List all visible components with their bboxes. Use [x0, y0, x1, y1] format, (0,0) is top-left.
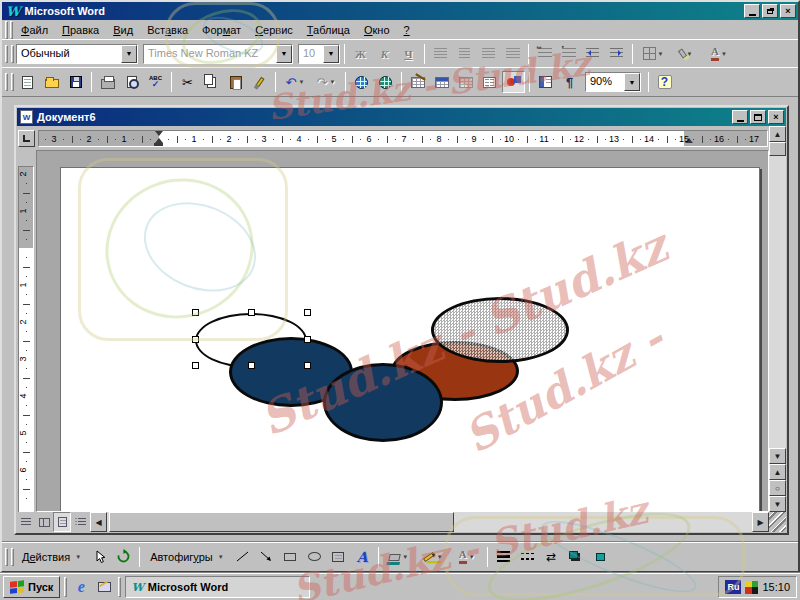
rectangle-tool-button[interactable] — [279, 546, 302, 568]
web-toolbar-button[interactable] — [374, 71, 397, 93]
selection-handle-e[interactable] — [304, 336, 311, 343]
doc-maximize-button[interactable] — [750, 110, 766, 124]
draw-font-color-button[interactable]: A▼ — [451, 546, 483, 568]
borders-button[interactable]: ▼ — [637, 43, 669, 65]
show-paragraphs-button[interactable]: ¶ — [558, 71, 581, 93]
previous-page-button[interactable]: ▲ — [769, 464, 786, 480]
font-combo[interactable]: Times New Roman KZ ▼ — [143, 44, 293, 64]
zoom-dropdown-icon[interactable]: ▼ — [624, 73, 640, 91]
selection-handle-sw[interactable] — [192, 362, 199, 369]
menu-table[interactable]: Таблица — [300, 22, 357, 38]
start-button[interactable]: Пуск — [3, 576, 60, 598]
wordart-button[interactable]: A — [351, 546, 374, 568]
autoshapes-button[interactable]: Автофигуры▼ — [144, 546, 230, 568]
menubar-grip2[interactable] — [10, 21, 13, 39]
document-titlebar[interactable]: W Документ6 × — [17, 108, 786, 126]
ellipse-blue-center[interactable] — [323, 363, 443, 442]
borders-dropdown-icon[interactable]: ▼ — [658, 51, 664, 57]
menu-tools[interactable]: Сервис — [248, 22, 300, 38]
shadow-button[interactable] — [564, 546, 587, 568]
threed-button[interactable] — [588, 546, 611, 568]
align-left-button[interactable] — [429, 43, 452, 65]
restore-button[interactable] — [762, 4, 778, 18]
quicklaunch-grip[interactable] — [64, 577, 67, 597]
display-tray-icon[interactable] — [745, 581, 758, 594]
copy-button[interactable] — [200, 71, 223, 93]
normal-view-button[interactable] — [17, 512, 35, 532]
line-style-button[interactable] — [492, 546, 515, 568]
oval-tool-button[interactable] — [303, 546, 326, 568]
paste-button[interactable] — [224, 71, 247, 93]
style-dropdown-icon[interactable]: ▼ — [121, 45, 137, 63]
help-button[interactable]: ? — [653, 71, 676, 93]
menu-view[interactable]: Вид — [106, 22, 140, 38]
page[interactable] — [60, 167, 760, 512]
draw-grip[interactable] — [5, 548, 8, 566]
document-map-button[interactable] — [534, 71, 557, 93]
std-grip2[interactable] — [11, 73, 14, 91]
tab-selector-button[interactable] — [18, 130, 35, 147]
fmt-grip[interactable] — [5, 45, 8, 63]
scroll-right-button[interactable]: ▶ — [752, 512, 769, 532]
print-button[interactable] — [96, 71, 119, 93]
desktop-quicklaunch-button[interactable] — [94, 577, 114, 597]
open-button[interactable] — [40, 71, 63, 93]
redo-button[interactable]: ↷▼ — [311, 71, 341, 93]
vscroll-track[interactable] — [769, 156, 786, 448]
fill-color-button[interactable]: ▼ — [383, 546, 415, 568]
resize-grip[interactable] — [769, 512, 786, 532]
line-tool-button[interactable] — [231, 546, 254, 568]
draw-actions-button[interactable]: Действия▼ — [16, 546, 87, 568]
undo-dropdown-icon[interactable]: ▼ — [298, 79, 304, 85]
selection-handle-n[interactable] — [248, 309, 255, 316]
online-layout-view-button[interactable] — [35, 512, 53, 532]
tables-borders-button[interactable] — [406, 71, 429, 93]
selection-handle-w[interactable] — [192, 336, 199, 343]
arrow-tool-button[interactable] — [255, 546, 278, 568]
fill-dropdown-icon[interactable]: ▼ — [402, 554, 408, 560]
insert-excel-button[interactable] — [454, 71, 477, 93]
insert-hyperlink-button[interactable] — [350, 71, 373, 93]
left-indent-marker[interactable] — [154, 143, 163, 146]
increase-indent-button[interactable] — [605, 43, 628, 65]
scroll-left-button[interactable]: ◀ — [90, 512, 107, 532]
align-center-button[interactable] — [453, 43, 476, 65]
menu-file[interactable]: Файл — [14, 22, 55, 38]
menu-insert[interactable]: Вставка — [140, 22, 195, 38]
redo-dropdown-icon[interactable]: ▼ — [329, 79, 335, 85]
draw-grip2[interactable] — [11, 548, 14, 566]
style-combo[interactable]: Обычный ▼ — [16, 44, 138, 64]
hanging-indent-marker[interactable] — [155, 134, 163, 143]
selection-handle-nw[interactable] — [192, 309, 199, 316]
menubar-grip[interactable] — [5, 21, 8, 39]
selection-handle-s[interactable] — [248, 362, 255, 369]
decrease-indent-button[interactable] — [581, 43, 604, 65]
doc-minimize-button[interactable] — [732, 110, 748, 124]
fmt-grip2[interactable] — [11, 45, 14, 63]
size-combo[interactable]: 10 ▼ — [298, 44, 340, 64]
ellipse-hatched[interactable] — [431, 297, 569, 363]
new-document-button[interactable] — [16, 71, 39, 93]
scroll-up-button[interactable]: ▲ — [769, 126, 786, 142]
select-browse-object-button[interactable]: ○ — [769, 480, 786, 496]
print-preview-button[interactable] — [120, 71, 143, 93]
hscroll-thumb[interactable] — [109, 512, 454, 532]
scroll-down-button[interactable]: ▼ — [769, 448, 786, 464]
highlight-button[interactable]: ▼ — [670, 43, 702, 65]
minimize-button[interactable] — [744, 4, 760, 18]
underline-button[interactable]: Ч — [397, 43, 420, 65]
next-page-button[interactable]: ▼ — [769, 496, 786, 512]
columns-button[interactable] — [478, 71, 501, 93]
arrow-style-button[interactable]: ⇄ — [540, 546, 563, 568]
text-box-button[interactable] — [327, 546, 350, 568]
font-color-dropdown-icon[interactable]: ▼ — [721, 51, 727, 57]
size-dropdown-icon[interactable]: ▼ — [323, 45, 339, 63]
draw-font-color-dropdown-icon[interactable]: ▼ — [469, 554, 475, 560]
free-rotate-button[interactable] — [112, 546, 135, 568]
undo-button[interactable]: ↶▼ — [280, 71, 310, 93]
line-color-button[interactable]: ▼ — [416, 546, 450, 568]
menu-edit[interactable]: Правка — [55, 22, 106, 38]
doc-close-button[interactable]: × — [768, 110, 784, 124]
menu-help[interactable]: ? — [397, 22, 417, 38]
dash-style-button[interactable] — [516, 546, 539, 568]
